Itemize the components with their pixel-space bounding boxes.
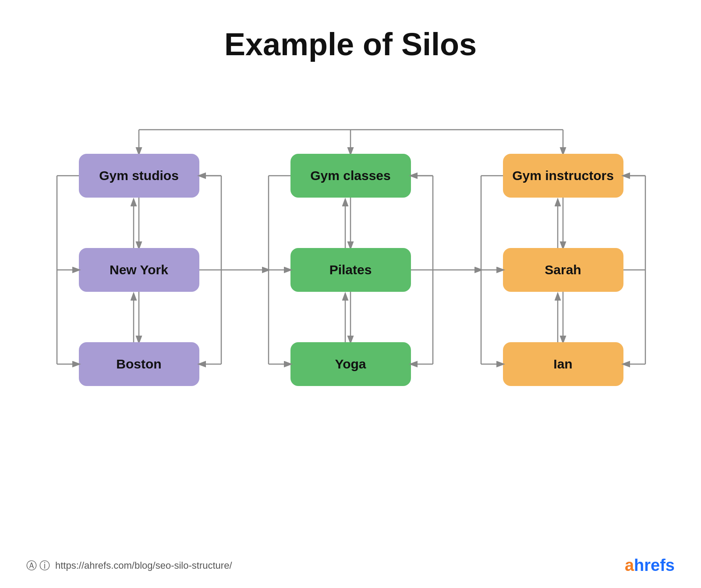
license-icons: Ⓐ ⓘ: [26, 559, 50, 573]
svg-text:Gym classes: Gym classes: [310, 168, 390, 183]
footer-left: Ⓐ ⓘ https://ahrefs.com/blog/seo-silo-str…: [26, 559, 232, 573]
ahrefs-logo-a: a: [625, 556, 634, 574]
svg-text:Yoga: Yoga: [335, 357, 366, 371]
svg-text:New York: New York: [110, 262, 168, 277]
svg-text:Gym instructors: Gym instructors: [512, 168, 614, 183]
svg-text:Sarah: Sarah: [545, 262, 581, 277]
svg-text:Pilates: Pilates: [329, 262, 372, 277]
ahrefs-logo-hrefs: hrefs: [634, 556, 675, 574]
page-title: Example of Silos: [0, 0, 701, 71]
footer: Ⓐ ⓘ https://ahrefs.com/blog/seo-silo-str…: [26, 556, 675, 575]
cc-icon: Ⓐ: [26, 559, 37, 573]
info-icon: ⓘ: [39, 559, 50, 573]
footer-url: https://ahrefs.com/blog/seo-silo-structu…: [55, 560, 232, 571]
svg-text:Gym studios: Gym studios: [99, 168, 179, 183]
diagram-area: Gym studios New York Boston Gym classes: [35, 83, 666, 535]
svg-text:Boston: Boston: [116, 357, 161, 371]
ahrefs-logo: ahrefs: [625, 556, 675, 575]
svg-text:Ian: Ian: [553, 357, 572, 371]
